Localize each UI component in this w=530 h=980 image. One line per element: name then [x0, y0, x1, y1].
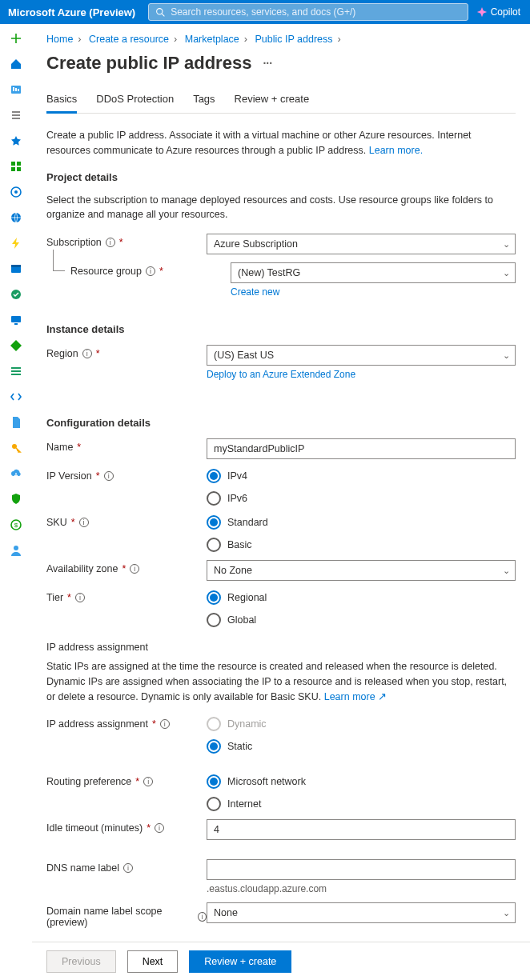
brand-label: Microsoft Azure (Preview) — [8, 6, 135, 18]
breadcrumb-item[interactable]: Public IP address — [255, 34, 332, 45]
sku-label-text: SKU — [46, 517, 67, 528]
dns-input[interactable] — [207, 859, 516, 880]
tab-ddos[interactable]: DDoS Protection — [96, 88, 174, 113]
rail-advisor-icon[interactable] — [6, 336, 26, 355]
name-label: Name * — [46, 438, 207, 453]
info-icon[interactable]: i — [79, 518, 89, 527]
extended-zone-link[interactable]: Deploy to an Azure Extended Zone — [207, 369, 355, 380]
radio-regional[interactable]: Regional — [207, 590, 516, 605]
more-actions-icon[interactable]: ··· — [263, 57, 272, 70]
rail-list-icon[interactable] — [6, 106, 26, 125]
rail-person-icon[interactable] — [6, 541, 26, 560]
subscription-select[interactable]: Azure Subscription — [207, 234, 516, 254]
rail-shield-icon[interactable] — [6, 490, 26, 509]
chevron-right-icon: › — [174, 34, 177, 45]
global-search[interactable] — [148, 3, 468, 21]
row-sku: SKU * i Standard Basic — [46, 514, 516, 552]
search-input[interactable] — [171, 6, 461, 18]
resource-group-select[interactable]: (New) TestRG — [231, 262, 516, 283]
info-icon[interactable]: i — [130, 564, 139, 574]
az-label: Availability zone * i — [46, 560, 207, 574]
info-icon[interactable]: i — [106, 238, 115, 247]
info-icon[interactable]: i — [75, 593, 85, 602]
resource-group-label-text: Resource group — [70, 266, 142, 277]
chevron-right-icon: › — [244, 34, 247, 45]
copilot-icon — [476, 6, 488, 18]
rail-doc-icon[interactable] — [6, 413, 26, 432]
az-label-text: Availability zone — [46, 563, 118, 574]
radio-ipv6[interactable]: IPv6 — [207, 491, 516, 506]
breadcrumb-item[interactable]: Home — [46, 34, 73, 45]
rail-key-icon[interactable] — [6, 438, 26, 458]
info-icon[interactable]: i — [155, 823, 164, 833]
idle-timeout-input[interactable] — [207, 819, 516, 840]
review-create-button[interactable]: Review + create — [189, 950, 291, 973]
rail-grid-icon[interactable] — [6, 157, 26, 176]
radio-standard[interactable]: Standard — [207, 515, 516, 530]
rail-home-icon[interactable] — [6, 54, 26, 74]
radio-icon — [207, 538, 221, 552]
tab-basics[interactable]: Basics — [46, 88, 77, 114]
required-icon: * — [122, 563, 126, 574]
breadcrumb-item[interactable]: Create a resource — [89, 34, 169, 45]
section-instance-details: Instance details — [46, 323, 516, 335]
radio-basic[interactable]: Basic — [207, 538, 516, 552]
tab-tags[interactable]: Tags — [193, 88, 215, 113]
region-select[interactable]: (US) East US — [207, 345, 516, 366]
rail-add-icon[interactable] — [6, 29, 26, 48]
region-label-text: Region — [46, 348, 78, 359]
learn-more-link[interactable]: Learn more. — [369, 145, 423, 156]
svg-rect-9 — [17, 167, 21, 171]
radio-ipv4[interactable]: IPv4 — [207, 469, 516, 483]
rail-functions-icon[interactable] — [6, 234, 26, 253]
az-select[interactable]: No Zone — [207, 560, 516, 581]
next-button[interactable]: Next — [127, 950, 179, 973]
ip-version-radio-group: IPv4 IPv6 — [207, 467, 516, 506]
radio-microsoft-network[interactable]: Microsoft network — [207, 774, 516, 789]
rail-display-icon[interactable] — [6, 310, 26, 330]
svg-rect-6 — [11, 162, 15, 166]
rail-cost-icon[interactable]: $ — [6, 515, 26, 534]
row-tier: Tier * i Regional Global — [46, 589, 516, 627]
rail-code-icon[interactable] — [6, 387, 26, 406]
rail-service1-icon[interactable] — [6, 182, 26, 202]
rail-storage-icon[interactable] — [6, 259, 26, 278]
ip-version-label-text: IP Version — [46, 470, 92, 482]
radio-icon — [207, 739, 221, 754]
svg-rect-7 — [17, 162, 21, 166]
subscription-label: Subscription i * — [46, 234, 207, 248]
breadcrumb-item[interactable]: Marketplace — [185, 34, 239, 45]
required-icon: * — [159, 266, 163, 277]
radio-internet[interactable]: Internet — [207, 797, 516, 811]
copilot-button[interactable]: Copilot — [476, 6, 520, 18]
info-icon[interactable]: i — [123, 863, 133, 873]
info-icon[interactable]: i — [104, 471, 114, 481]
rail-monitor-icon[interactable] — [6, 285, 26, 304]
breadcrumb: Home› Create a resource› Marketplace› Pu… — [46, 34, 516, 45]
radio-static[interactable]: Static — [207, 739, 516, 754]
rail-dashboard-icon[interactable] — [6, 80, 26, 99]
row-dns-label: DNS name label i .eastus.cloudapp.azure.… — [46, 859, 516, 894]
section-config-details: Configuration details — [46, 417, 516, 429]
rail-cloud-icon[interactable] — [6, 464, 26, 483]
info-icon[interactable]: i — [82, 349, 92, 358]
info-icon[interactable]: i — [146, 266, 155, 276]
radio-global[interactable]: Global — [207, 613, 516, 627]
rail-bars-icon[interactable] — [6, 362, 26, 381]
name-input[interactable] — [207, 438, 516, 459]
rail-globe-icon[interactable] — [6, 208, 26, 227]
info-icon[interactable]: i — [198, 912, 207, 922]
svg-rect-19 — [11, 370, 21, 372]
required-icon: * — [67, 592, 71, 603]
radio-label: IPv6 — [227, 493, 247, 504]
create-new-rg-link[interactable]: Create new — [231, 286, 279, 298]
assign-learn-more-link[interactable]: Learn more↗ — [324, 691, 386, 702]
project-details-desc: Select the subscription to manage deploy… — [46, 193, 516, 223]
radio-label: Internet — [227, 798, 261, 810]
rail-favorites-icon[interactable] — [6, 131, 26, 150]
info-icon[interactable]: i — [143, 777, 153, 786]
info-icon[interactable]: i — [160, 719, 170, 729]
domain-scope-select[interactable]: None — [207, 902, 516, 923]
svg-point-11 — [14, 190, 18, 194]
tab-review[interactable]: Review + create — [235, 88, 310, 113]
